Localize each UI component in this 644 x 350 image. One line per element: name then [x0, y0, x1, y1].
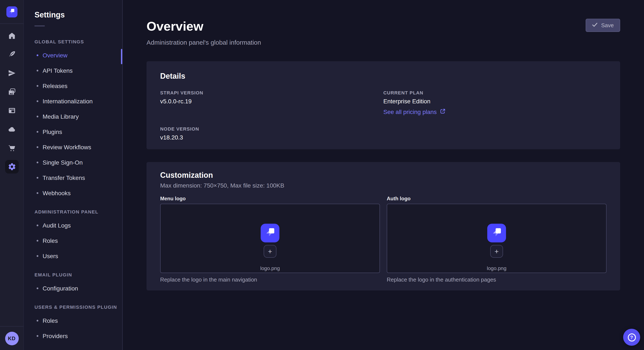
details-heading: Details [160, 71, 606, 81]
sidebar-item-up-providers[interactable]: Providers [24, 328, 122, 344]
sidebar-item-transfer-tokens[interactable]: Transfer Tokens [24, 170, 122, 185]
global-settings-list: Overview API Tokens Releases Internation… [24, 48, 122, 201]
sidebar-item-internationalization[interactable]: Internationalization [24, 94, 122, 109]
administration-panel-list: Audit Logs Roles Users [24, 218, 122, 264]
sidebar-item-releases[interactable]: Releases [24, 78, 122, 94]
bullet-icon [37, 131, 38, 133]
bullet-icon [37, 192, 38, 194]
cloud-icon[interactable] [5, 123, 18, 136]
pricing-link-label: See all pricing plans [383, 108, 437, 115]
strapi-logo-icon [264, 226, 276, 240]
paper-plane-icon[interactable] [5, 66, 18, 80]
sidebar-item-overview[interactable]: Overview [24, 48, 122, 63]
customization-constraints: Max dimension: 750×750, Max file size: 1… [160, 182, 606, 189]
sidebar-item-label: Roles [42, 317, 58, 324]
sidebar-item-plugins[interactable]: Plugins [24, 124, 122, 140]
sidebar-item-label: Review Workflows [42, 144, 91, 151]
brand-area [0, 0, 24, 24]
strapi-version-label: STRAPI VERSION [160, 90, 383, 95]
section-label-global-settings: GLOBAL SETTINGS [34, 39, 122, 44]
sidebar-item-webhooks[interactable]: Webhooks [24, 185, 122, 201]
sidebar-item-admin-users[interactable]: Users [24, 248, 122, 264]
strapi-version-value: v5.0.0-rc.19 [160, 97, 383, 105]
node-version-value: v18.20.3 [160, 134, 383, 141]
sidebar-item-label: Plugins [42, 128, 62, 135]
strapi-logo-icon [8, 7, 15, 16]
sidebar-item-label: API Tokens [42, 67, 72, 74]
sidebar-item-label: Webhooks [42, 190, 71, 196]
email-plugin-list: Configuration [24, 281, 122, 296]
user-avatar[interactable]: KD [5, 332, 18, 345]
pricing-plans-link[interactable]: See all pricing plans [383, 108, 446, 115]
sidebar-item-label: Media Library [42, 113, 79, 120]
menu-logo-dropzone[interactable]: + logo.png [160, 204, 380, 273]
strapi-home-button[interactable] [6, 6, 17, 17]
menu-logo-hint: Replace the logo in the main navigation [160, 276, 380, 283]
sidebar-item-label: Single Sign-On [42, 159, 83, 166]
bullet-icon [37, 177, 38, 178]
main-content: Overview Administration panel's global i… [123, 0, 644, 350]
strapi-version-field: STRAPI VERSION v5.0.0-rc.19 [160, 90, 383, 105]
bullet-icon [37, 320, 38, 322]
details-grid: STRAPI VERSION v5.0.0-rc.19 NODE VERSION… [160, 90, 606, 141]
sidebar-item-label: Roles [42, 237, 58, 244]
node-version-field: NODE VERSION v18.20.3 [160, 126, 383, 141]
sidebar-item-label: Releases [42, 82, 68, 89]
auth-logo-dropzone[interactable]: + logo.png [387, 204, 606, 273]
sidebar-item-api-tokens[interactable]: API Tokens [24, 63, 122, 78]
home-icon[interactable] [5, 29, 18, 42]
menu-logo-preview [261, 224, 280, 242]
external-link-icon [440, 108, 446, 115]
bullet-icon [37, 116, 38, 117]
gear-icon[interactable] [5, 160, 18, 174]
users-permissions-list: Roles Providers [24, 313, 122, 344]
save-button[interactable]: Save [586, 19, 620, 32]
auth-logo-label: Auth logo [387, 196, 606, 202]
sidebar-item-review-workflows[interactable]: Review Workflows [24, 140, 122, 155]
sidebar-item-media-library[interactable]: Media Library [24, 109, 122, 124]
section-label-administration-panel: ADMINISTRATION PANEL [34, 209, 122, 214]
bullet-icon [37, 255, 38, 257]
images-icon[interactable] [5, 85, 18, 99]
bullet-icon [37, 54, 38, 56]
settings-subnav: Settings GLOBAL SETTINGS Overview API To… [24, 0, 123, 350]
sidebar-item-label: Audit Logs [42, 222, 71, 229]
cart-icon[interactable] [5, 141, 18, 155]
help-button[interactable]: ? [623, 329, 640, 346]
sidebar-item-label: Overview [42, 52, 68, 59]
main-nav-rail: KD [0, 0, 24, 350]
bullet-icon [37, 240, 38, 242]
active-item-indicator [121, 49, 122, 64]
auth-logo-add-button[interactable]: + [490, 245, 503, 258]
bullet-icon [37, 70, 38, 71]
auth-logo-field: Auth logo + logo.p [387, 196, 606, 283]
details-card: Details STRAPI VERSION v5.0.0-rc.19 NODE… [146, 61, 620, 149]
sidebar-item-audit-logs[interactable]: Audit Logs [24, 218, 122, 233]
layout-icon[interactable] [5, 104, 18, 117]
bullet-icon [37, 146, 38, 148]
sidebar-item-admin-roles[interactable]: Roles [24, 233, 122, 248]
node-version-label: NODE VERSION [160, 126, 383, 131]
bullet-icon [37, 288, 38, 289]
auth-logo-filename: logo.png [487, 265, 506, 271]
auth-logo-hint: Replace the logo in the authentication p… [387, 276, 606, 283]
page-header: Overview Administration panel's global i… [146, 19, 620, 47]
bullet-icon [37, 335, 38, 337]
question-mark-icon: ? [628, 333, 636, 341]
nav-rail-footer: KD [0, 326, 24, 350]
menu-logo-add-button[interactable]: + [264, 245, 276, 258]
sidebar-item-single-sign-on[interactable]: Single Sign-On [24, 155, 122, 170]
feather-icon[interactable] [5, 48, 18, 61]
sidebar-item-email-configuration[interactable]: Configuration [24, 281, 122, 296]
section-label-users-permissions-plugin: USERS & PERMISSIONS PLUGIN [34, 305, 122, 310]
bullet-icon [37, 224, 38, 226]
details-right-column: CURRENT PLAN Enterprise Edition See all … [383, 90, 606, 141]
details-left-column: STRAPI VERSION v5.0.0-rc.19 NODE VERSION… [160, 90, 383, 141]
sidebar-item-up-roles[interactable]: Roles [24, 313, 122, 328]
subnav-divider [34, 25, 45, 26]
menu-logo-label: Menu logo [160, 196, 380, 202]
subnav-title: Settings [34, 11, 122, 19]
save-button-label: Save [601, 22, 614, 28]
strapi-admin-settings-page: KD Settings GLOBAL SETTINGS Overview API… [0, 0, 644, 350]
page-title: Overview [146, 19, 620, 34]
